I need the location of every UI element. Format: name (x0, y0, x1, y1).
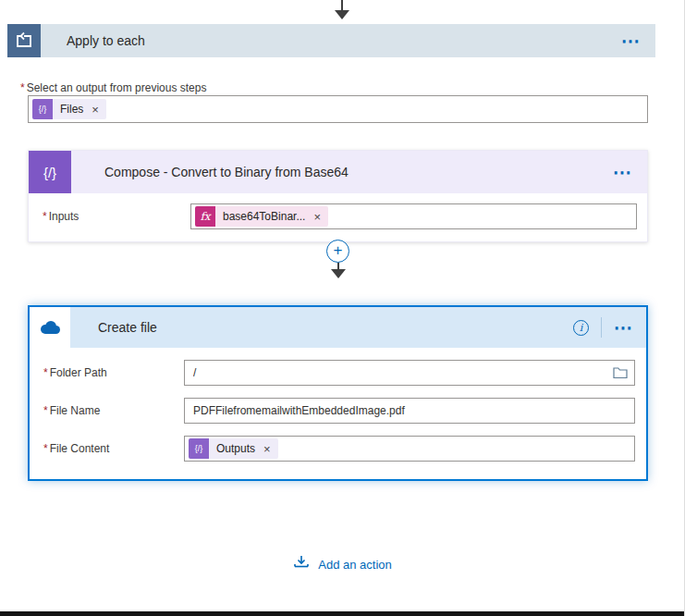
compose-inputs-input[interactable]: fx base64ToBinar... × (190, 203, 637, 229)
required-asterisk: * (20, 81, 25, 94)
required-asterisk: * (43, 366, 48, 379)
arrow-head-icon (331, 269, 346, 278)
select-output-input[interactable]: {/} Files × (28, 95, 648, 123)
required-asterisk: * (43, 210, 47, 223)
required-asterisk: * (43, 442, 48, 455)
folder-path-input-box (184, 360, 635, 386)
insert-step-button[interactable]: + (326, 240, 349, 263)
outputs-token-label: Outputs (216, 442, 255, 455)
expression-token-remove-button[interactable]: × (313, 211, 321, 223)
apply-to-each-header[interactable]: Apply to each ⋯ (7, 24, 655, 57)
file-content-label: *File Content (43, 442, 184, 455)
folder-path-input[interactable] (189, 366, 613, 379)
compose-card-header[interactable]: {/} Compose - Convert to Binary from Bas… (29, 151, 647, 193)
file-name-label: *File Name (43, 404, 184, 417)
create-file-title: Create file (98, 320, 157, 335)
file-content-row: *File Content {/} Outputs × (43, 436, 635, 462)
file-name-input[interactable] (189, 404, 630, 417)
folder-path-label: *Folder Path (43, 366, 184, 379)
outputs-token[interactable]: {/} Outputs × (189, 438, 278, 459)
add-action-icon (293, 554, 310, 574)
onedrive-icon (30, 307, 70, 348)
compose-card: {/} Compose - Convert to Binary from Bas… (28, 150, 648, 242)
create-file-header[interactable]: Create file i ⋯ (30, 307, 646, 348)
arrow-head-icon (335, 10, 349, 19)
inputs-label: *Inputs (43, 210, 190, 223)
file-content-input[interactable]: {/} Outputs × (184, 436, 635, 462)
file-content-label-text: File Content (50, 442, 110, 455)
folder-path-row: *Folder Path (43, 360, 635, 386)
folder-browse-button[interactable] (613, 366, 628, 379)
file-name-row: *File Name (43, 398, 635, 424)
compose-icon: {/} (29, 151, 71, 193)
apply-to-each-icon (7, 24, 41, 57)
connector-arrow-icon (335, 0, 349, 19)
expression-token-label: base64ToBinar... (223, 210, 305, 223)
apply-to-each-menu-button[interactable]: ⋯ (621, 36, 641, 45)
compose-title: Compose - Convert to Binary from Base64 (104, 165, 349, 179)
files-token-label: Files (60, 103, 83, 116)
file-name-input-box (184, 398, 635, 424)
add-action-button[interactable]: Add an action (293, 554, 392, 574)
header-divider (601, 317, 602, 338)
add-action-area: Add an action (0, 554, 685, 574)
compose-menu-button[interactable]: ⋯ (613, 167, 632, 177)
connector-line (337, 263, 339, 269)
files-token-remove-button[interactable]: × (92, 104, 99, 116)
select-output-label: *Select an output from previous steps (20, 81, 206, 94)
outputs-token-remove-button[interactable]: × (263, 443, 271, 455)
select-output-label-text: Select an output from previous steps (27, 81, 207, 94)
create-file-header-actions: i ⋯ (573, 317, 633, 338)
info-button[interactable]: i (573, 320, 589, 336)
create-file-card: Create file i ⋯ *Folder Path (28, 305, 648, 481)
files-token[interactable]: {/} Files × (32, 99, 106, 119)
folder-path-label-text: Folder Path (50, 366, 107, 379)
file-name-label-text: File Name (50, 404, 101, 417)
inputs-label-text: Inputs (49, 210, 80, 223)
create-file-menu-button[interactable]: ⋯ (614, 323, 633, 332)
fx-icon: fx (195, 206, 215, 227)
dynamic-content-icon: {/} (32, 99, 53, 119)
required-asterisk: * (43, 404, 48, 417)
expression-token[interactable]: fx base64ToBinar... × (195, 206, 328, 227)
window-bottom-edge (0, 611, 684, 616)
step-connector: + (325, 240, 350, 278)
add-action-label: Add an action (318, 558, 392, 572)
compose-body: *Inputs fx base64ToBinar... × (29, 193, 647, 241)
apply-to-each-title: Apply to each (67, 33, 145, 48)
flow-designer-canvas: Apply to each ⋯ *Select an output from p… (0, 0, 685, 616)
dynamic-content-icon: {/} (189, 438, 209, 459)
connector-line (341, 0, 343, 10)
